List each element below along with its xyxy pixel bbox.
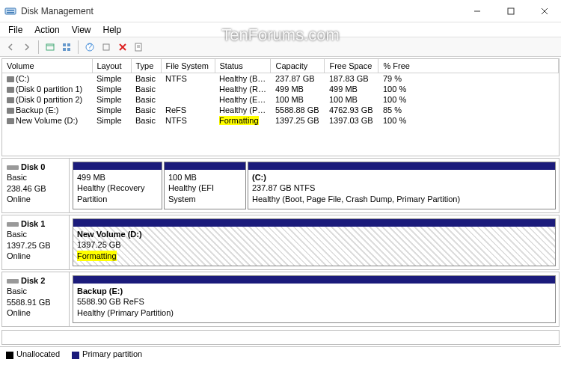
app-icon bbox=[4, 5, 16, 17]
col-layout[interactable]: Layout bbox=[92, 59, 131, 73]
disk-row-2[interactable]: Disk 2 Basic 5588.91 GB Online Backup (E… bbox=[1, 272, 560, 327]
partition[interactable]: (C:) 237.87 GB NTFS Healthy (Boot, Page … bbox=[248, 162, 556, 209]
col-type[interactable]: Type bbox=[131, 59, 161, 73]
delete-icon[interactable] bbox=[115, 40, 130, 55]
col-status[interactable]: Status bbox=[215, 59, 271, 73]
disk-graphical-pane: Disk 0 Basic 238.46 GB Online 499 MB Hea… bbox=[1, 158, 560, 328]
action-icon[interactable] bbox=[99, 40, 114, 55]
col-pct[interactable]: % Free bbox=[378, 59, 559, 73]
help-icon[interactable]: ? bbox=[82, 40, 97, 55]
maximize-button[interactable] bbox=[494, 0, 527, 22]
svg-rect-14 bbox=[103, 44, 109, 50]
menu-file[interactable]: File bbox=[3, 23, 28, 37]
disk-info: Disk 0 Basic 238.46 GB Online bbox=[2, 159, 70, 212]
svg-rect-2 bbox=[7, 12, 14, 13]
properties-icon[interactable] bbox=[132, 40, 147, 55]
minimize-button[interactable] bbox=[460, 0, 494, 22]
disk-row-1[interactable]: Disk 1 Basic 1397.25 GB Online New Volum… bbox=[1, 215, 560, 270]
volume-row[interactable]: (C:)SimpleBasicNTFSHealthy (B…237.87 GB1… bbox=[2, 73, 559, 85]
disk-icon bbox=[7, 279, 19, 284]
disk-icon bbox=[7, 222, 19, 227]
menu-bar: File Action View Help bbox=[0, 22, 561, 37]
menu-view[interactable]: View bbox=[67, 23, 96, 37]
col-volume[interactable]: Volume bbox=[2, 59, 92, 73]
svg-rect-4 bbox=[508, 8, 514, 14]
svg-rect-7 bbox=[46, 44, 54, 50]
legend: Unallocated Primary partition bbox=[0, 346, 561, 361]
window-title: Disk Management bbox=[21, 6, 460, 16]
disk-icon bbox=[7, 165, 19, 170]
volume-list-pane: Volume Layout Type File System Status Ca… bbox=[1, 58, 560, 156]
blank-strip bbox=[1, 330, 560, 345]
svg-rect-1 bbox=[7, 10, 14, 11]
disk-info: Disk 1 Basic 1397.25 GB Online bbox=[2, 215, 70, 269]
legend-swatch-unallocated bbox=[6, 352, 13, 359]
menu-action[interactable]: Action bbox=[29, 23, 64, 37]
volume-table[interactable]: Volume Layout Type File System Status Ca… bbox=[2, 59, 559, 126]
col-fs[interactable]: File System bbox=[161, 59, 215, 73]
col-free[interactable]: Free Space bbox=[325, 59, 378, 73]
legend-swatch-primary bbox=[72, 352, 79, 359]
svg-rect-10 bbox=[63, 48, 66, 51]
volume-row[interactable]: Backup (E:)SimpleBasicReFSHealthy (P…558… bbox=[2, 105, 559, 115]
volume-row[interactable]: (Disk 0 partition 2)SimpleBasicHealthy (… bbox=[2, 94, 559, 105]
disk-row-0[interactable]: Disk 0 Basic 238.46 GB Online 499 MB Hea… bbox=[1, 158, 560, 213]
svg-rect-11 bbox=[67, 48, 70, 51]
partition[interactable]: 499 MB Healthy (Recovery Partition bbox=[73, 162, 162, 209]
menu-help[interactable]: Help bbox=[98, 23, 127, 37]
toolbar: ? bbox=[0, 37, 561, 57]
svg-rect-8 bbox=[63, 43, 66, 46]
partition[interactable]: Backup (E:) 5588.90 GB ReFS Healthy (Pri… bbox=[73, 275, 556, 323]
close-button[interactable] bbox=[527, 0, 561, 22]
col-capacity[interactable]: Capacity bbox=[271, 59, 325, 73]
status-formatting: Formatting bbox=[77, 251, 117, 261]
forward-button[interactable] bbox=[19, 40, 34, 55]
back-button[interactable] bbox=[3, 40, 18, 55]
refresh-icon[interactable] bbox=[43, 40, 58, 55]
svg-rect-0 bbox=[5, 8, 16, 14]
title-bar: Disk Management bbox=[0, 0, 561, 22]
disk-info: Disk 2 Basic 5588.91 GB Online bbox=[2, 272, 70, 326]
volume-row[interactable]: (Disk 0 partition 1)SimpleBasicHealthy (… bbox=[2, 84, 559, 94]
svg-text:?: ? bbox=[88, 42, 92, 51]
svg-rect-9 bbox=[67, 43, 70, 46]
volume-row[interactable]: New Volume (D:)SimpleBasicNTFSFormatting… bbox=[2, 115, 559, 126]
partition[interactable]: 100 MB Healthy (EFI System bbox=[164, 162, 246, 209]
settings-icon[interactable] bbox=[59, 40, 74, 55]
partition[interactable]: New Volume (D:) 1397.25 GB Formatting bbox=[73, 218, 556, 266]
